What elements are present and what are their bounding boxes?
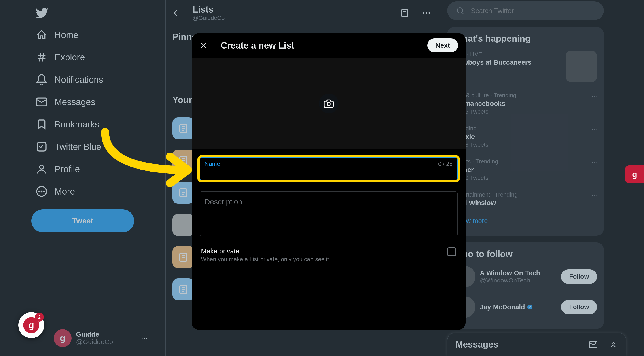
svg-point-6 (44, 191, 44, 192)
search-box[interactable] (447, 1, 604, 20)
expand-drawer-icon[interactable] (609, 340, 618, 349)
svg-point-5 (41, 191, 42, 192)
nav-label: Bookmarks (54, 120, 99, 130)
nav-notifications[interactable]: Notifications (31, 68, 148, 91)
private-subtitle: When you make a List private, only you c… (201, 256, 331, 263)
modal-title: Create a new List (221, 40, 294, 50)
follow-handle: @WindowOnTech (480, 277, 540, 284)
nav-messages[interactable]: Messages (31, 91, 148, 113)
next-button[interactable]: Next (427, 38, 458, 52)
close-button[interactable] (199, 41, 208, 50)
list-item[interactable] (172, 214, 194, 236)
hashtag-icon (36, 52, 48, 63)
nav-label: Explore (54, 52, 85, 62)
nav-home[interactable]: Home (31, 24, 148, 46)
nav-label: Profile (54, 164, 80, 174)
nav-label: Home (54, 30, 78, 40)
follow-button[interactable]: Follow (561, 270, 597, 284)
home-icon (36, 29, 48, 41)
more-icon[interactable]: ··· (142, 334, 148, 342)
svg-point-18 (327, 102, 330, 106)
back-button[interactable] (172, 8, 181, 18)
search-input[interactable] (471, 7, 595, 14)
more-icon[interactable] (422, 8, 431, 18)
follow-button[interactable]: Follow (561, 300, 597, 314)
field-label: Name (204, 160, 452, 168)
trend-name: Cowboys at Buccaneers (454, 58, 532, 66)
trend-item[interactable]: Arts & culture · Trending #romancebooks … (447, 87, 604, 120)
profile-handle: @GuiddeCo (76, 338, 113, 346)
new-list-icon[interactable] (400, 8, 410, 18)
follow-name: A Window On Tech (480, 269, 540, 277)
whats-happening-panel: What's happening NFL · LIVE Cowboys at B… (447, 27, 604, 236)
svg-point-9 (426, 12, 427, 14)
more-icon[interactable]: ··· (592, 92, 597, 100)
twitter-logo[interactable] (31, 2, 148, 24)
trend-item[interactable]: NFL · LIVE Cowboys at Buccaneers (447, 46, 604, 87)
panel-title: What's happening (447, 34, 604, 46)
annotation-arrow (94, 128, 192, 199)
follow-name: Jay McDonald (480, 303, 533, 311)
envelope-icon (36, 96, 48, 108)
list-item[interactable] (172, 278, 194, 300)
make-private-row: Make private When you make a List privat… (200, 247, 458, 263)
panel-title: Who to follow (447, 249, 604, 262)
private-checkbox[interactable] (447, 247, 456, 256)
svg-point-4 (39, 191, 40, 192)
page-subtitle: @GuiddeCo (192, 14, 224, 22)
profile-switcher[interactable]: g Guidde @GuiddeCo ··· (49, 325, 152, 352)
nav-label: More (54, 186, 75, 196)
svg-point-16 (457, 8, 463, 13)
create-list-modal: Create a new List Next Name 0 / 25 Descr… (192, 33, 466, 330)
description-field[interactable]: Description (200, 192, 458, 236)
trend-thumbnail (566, 51, 597, 82)
description-input[interactable] (204, 206, 453, 224)
new-message-icon[interactable] (589, 340, 598, 349)
char-counter: 0 / 25 (438, 160, 452, 168)
bell-icon (36, 74, 48, 86)
profile-icon (36, 163, 48, 175)
messages-label: Messages (456, 340, 498, 350)
svg-point-8 (423, 12, 424, 14)
name-input[interactable] (204, 168, 452, 176)
bookmark-icon (36, 118, 48, 130)
trend-meta: NFL · LIVE (454, 51, 532, 58)
svg-point-10 (428, 12, 430, 14)
more-icon[interactable]: ··· (592, 191, 597, 199)
list-item[interactable] (172, 246, 194, 268)
messages-drawer[interactable]: Messages (447, 333, 626, 356)
lists-header: Lists @GuiddeCo (166, 0, 438, 26)
trend-item[interactable]: Sports · Trending Maher 6,649 Tweets ··· (447, 153, 604, 186)
trend-item[interactable]: Trending Lexxie 1,858 Tweets ··· (447, 120, 604, 153)
page-title: Lists (192, 4, 224, 14)
trend-item[interactable]: Entertainment · Trending Carl Winslow ··… (447, 186, 604, 212)
svg-point-2 (40, 165, 44, 169)
field-label: Description (204, 198, 453, 206)
nav-label: Messages (54, 97, 95, 107)
tweet-button[interactable]: Tweet (31, 209, 134, 232)
more-icon[interactable]: ··· (592, 125, 597, 132)
more-circle-icon (36, 186, 48, 197)
verified-icon (527, 304, 533, 310)
add-banner-button[interactable] (319, 94, 338, 113)
who-to-follow-panel: Who to follow A Window On Tech @WindowOn… (447, 242, 604, 329)
profile-name: Guidde (76, 330, 113, 338)
guidde-badge[interactable]: g 2 (18, 312, 44, 338)
more-icon[interactable]: ··· (592, 158, 597, 166)
badge-count: 2 (35, 312, 44, 322)
show-more-link[interactable]: Show more (447, 212, 604, 229)
name-field[interactable]: Name 0 / 25 (200, 158, 458, 180)
nav-label: Notifications (54, 75, 103, 85)
follow-item[interactable]: A Window On Tech @WindowOnTech Follow (447, 262, 604, 292)
search-icon (456, 7, 464, 15)
guidde-tab[interactable]: g (625, 166, 644, 183)
follow-item[interactable]: Jay McDonald Follow (447, 292, 604, 322)
banner-area (192, 58, 466, 150)
twitter-blue-icon (36, 141, 48, 152)
avatar: g (54, 329, 72, 347)
nav-explore[interactable]: Explore (31, 46, 148, 68)
private-title: Make private (201, 247, 331, 255)
